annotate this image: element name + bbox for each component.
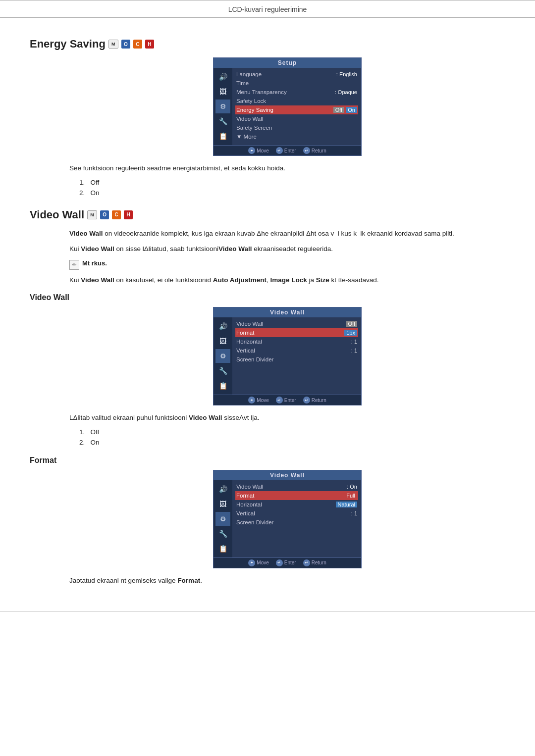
osd-fmt-row-horizontal: Horizontal Natural — [235, 500, 358, 509]
osd-icon-5: 📋 — [215, 129, 230, 143]
osd-vw-icon-list: 🔊 🖼 ⚙ 🔧 📋 — [214, 317, 232, 395]
vw-off-val: Off — [346, 321, 357, 327]
vw-badge-m: M — [87, 210, 97, 219]
badge-c: C — [133, 40, 142, 49]
vw-footer-move: ✦ Move — [248, 397, 268, 403]
osd-row-safety-lock: Safety Lock — [235, 97, 358, 105]
vw-return-icon: ↩ — [303, 397, 310, 403]
note-icon: ✏ — [69, 260, 79, 270]
osd-row-time: Time — [235, 79, 358, 88]
osd-vw-icon-1: 🔊 — [215, 319, 230, 333]
energy-on-val: On — [346, 107, 357, 113]
enter-icon: ↵ — [276, 147, 283, 154]
format-sub-heading: Format — [30, 456, 505, 465]
osd-icon-2: 🖼 — [215, 85, 230, 99]
vw-option-2: 2. On — [79, 439, 505, 446]
vw-format-val: 1px — [344, 330, 357, 336]
energy-off-val: Off — [333, 107, 344, 113]
energy-saving-title: Energy Saving — [30, 38, 106, 50]
vw-footer-return: ↩ Return — [303, 397, 326, 403]
vw-move-icon: ✦ — [248, 397, 255, 403]
footer-move: ✦ Move — [248, 147, 268, 154]
osd-row-energy-saving: Energy Saving Off On — [235, 105, 358, 114]
osd-vw-row-empty2 — [235, 374, 358, 384]
osd-footer-vw: ✦ Move ↵ Enter ↩ Return — [214, 395, 361, 405]
osd-fmt-row-empty1 — [235, 527, 358, 537]
energy-saving-osd: Setup 🔊 🖼 ⚙ 🔧 📋 Language : English Time — [213, 57, 362, 156]
osd-footer-energy: ✦ Move ↵ Enter ↩ Return — [214, 145, 361, 155]
osd-icon-3: ⚙ — [215, 100, 230, 113]
energy-option-1: 1. Off — [79, 179, 505, 186]
vw-footer-enter: ↵ Enter — [276, 397, 296, 403]
osd-footer-fmt: ✦ Move ↵ Enter ↩ Return — [214, 557, 361, 568]
osd-vw-row-horizontal: Horizontal : 1 — [235, 337, 358, 346]
osd-vw-row-format: Format 1px — [235, 328, 358, 337]
footer-return: ↩ Return — [303, 147, 326, 154]
osd-vw-icon-3: ⚙ — [215, 349, 230, 363]
osd-vw-row-vertical: Vertical : 1 — [235, 346, 358, 355]
energy-saving-desc: See funktsioon reguleerib seadme energia… — [69, 163, 505, 174]
footer-enter: ↵ Enter — [276, 147, 296, 154]
osd-fmt-item-list: Video Wall : On Format Full Horizontal N… — [232, 480, 361, 557]
badge-o: O — [121, 40, 130, 49]
osd-fmt-row-videowall: Video Wall : On — [235, 482, 358, 491]
fmt-footer-move: ✦ Move — [248, 559, 268, 566]
osd-fmt-icon-list: 🔊 🖼 ⚙ 🔧 📋 — [214, 480, 232, 557]
osd-fmt-icon-3: ⚙ — [215, 512, 230, 526]
energy-option-2: 2. On — [79, 189, 505, 197]
energy-saving-menu-box: Setup 🔊 🖼 ⚙ 🔧 📋 Language : English Time — [69, 57, 505, 156]
fmt-footer-return: ↩ Return — [303, 559, 326, 566]
fmt-return-icon: ↩ — [303, 559, 310, 566]
video-wall-title: Video Wall — [30, 208, 84, 221]
osd-title-format: Video Wall — [214, 470, 361, 480]
osd-item-list: Language : English Time Menu Transparenc… — [232, 68, 361, 145]
video-wall-desc4: LΔlitab valitud ekraani puhul funktsioon… — [69, 412, 505, 423]
badge-m: M — [108, 40, 118, 49]
vw-option-1: 1. Off — [79, 428, 505, 436]
fmt-move-icon: ✦ — [248, 559, 255, 566]
osd-fmt-row-format: Format Full — [235, 491, 358, 500]
vw-badge-h: H — [124, 210, 133, 219]
note-text: Mt rkus. — [82, 259, 107, 267]
move-icon: ✦ — [248, 147, 255, 154]
osd-vw-icon-4: 🔧 — [215, 364, 230, 378]
osd-fmt-icon-4: 🔧 — [215, 527, 230, 541]
osd-icon-4: 🔧 — [215, 114, 230, 128]
vw-enter-icon: ↵ — [276, 397, 283, 403]
osd-vw-row-videowall: Video Wall Off — [235, 319, 358, 328]
osd-vw-icon-5: 📋 — [215, 379, 230, 393]
osd-title-setup: Setup — [214, 58, 361, 68]
vw-badge-c: C — [112, 210, 121, 219]
osd-icon-list: 🔊 🖼 ⚙ 🔧 📋 — [214, 68, 232, 145]
fmt-footer-enter: ↵ Enter — [276, 559, 296, 566]
video-wall-desc1: Video Wall on videoekraanide komplekt, k… — [69, 228, 505, 239]
osd-vw-row-screen-divider: Screen Divider — [235, 355, 358, 364]
osd-vw-icon-2: 🖼 — [215, 334, 230, 348]
format-desc: Jaotatud ekraani nt gemiseks valige Form… — [69, 575, 505, 586]
osd-fmt-row-screen-divider: Screen Divider — [235, 518, 358, 527]
osd-vw-row-empty1 — [235, 364, 358, 374]
osd-vw-item-list: Video Wall Off Format 1px Horizontal : 1 — [232, 317, 361, 395]
video-wall-heading: Video Wall M O C H — [30, 208, 505, 221]
video-wall-menu-box: Video Wall 🔊 🖼 ⚙ 🔧 📋 Video Wall Off — [69, 307, 505, 405]
format-osd: Video Wall 🔊 🖼 ⚙ 🔧 📋 Video Wall : On For… — [213, 470, 362, 568]
osd-fmt-row-empty2 — [235, 537, 358, 547]
return-icon: ↩ — [303, 147, 310, 154]
note-box: ✏ Mt rkus. — [69, 259, 505, 270]
osd-fmt-icon-1: 🔊 — [215, 482, 230, 496]
page-title: LCD-kuvari reguleerimine — [0, 0, 535, 18]
video-wall-sub-heading: Video Wall — [30, 293, 505, 302]
osd-fmt-icon-2: 🖼 — [215, 497, 230, 511]
energy-saving-heading: Energy Saving M O C H — [30, 38, 505, 50]
osd-row-menu-transparency: Menu Transparency : Opaque — [235, 88, 358, 97]
osd-fmt-row-vertical: Vertical : 1 — [235, 509, 358, 518]
video-wall-desc3: Kui Video Wall on kasutusel, ei ole funk… — [69, 275, 505, 286]
osd-row-more: ▼ More — [235, 132, 358, 141]
osd-fmt-icon-5: 📋 — [215, 542, 230, 555]
osd-icon-1: 🔊 — [215, 70, 230, 84]
osd-row-safety-screen: Safety Screen — [235, 123, 358, 132]
osd-title-videowall: Video Wall — [214, 307, 361, 317]
badge-h: H — [145, 40, 154, 49]
vw-badge-o: O — [100, 210, 109, 219]
video-wall-desc2: Kui Video Wall on sisse lΔlitatud, saab … — [69, 244, 505, 254]
